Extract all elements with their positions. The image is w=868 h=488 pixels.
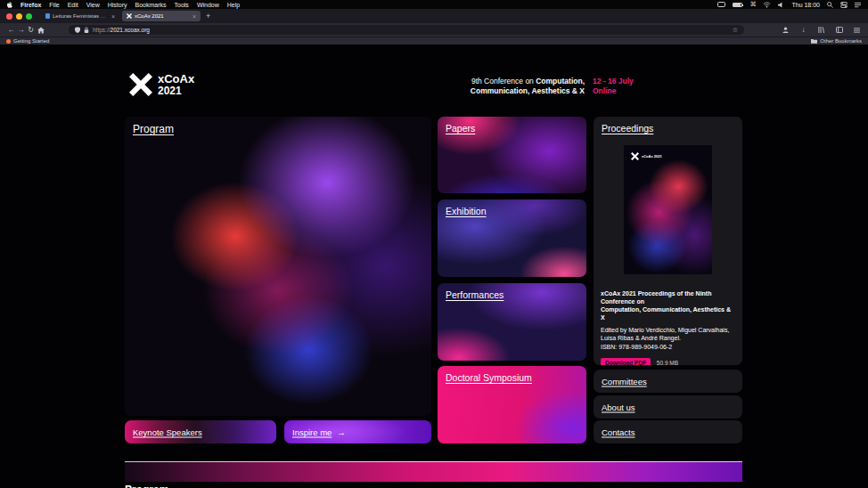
- library-icon[interactable]: [816, 27, 826, 33]
- performances-card[interactable]: Performances: [438, 283, 586, 361]
- logo-title: xCoAx: [158, 73, 194, 85]
- keynote-speakers-card[interactable]: Keynote Speakers: [125, 420, 276, 443]
- new-tab-button[interactable]: +: [206, 12, 210, 20]
- contacts-card[interactable]: Contacts: [594, 420, 742, 443]
- other-bookmarks-label: Other Bookmarks: [820, 38, 862, 44]
- menubar-status-area: ⌘ Thu 18:00: [717, 1, 861, 8]
- tagline-bold-1: Computation,: [536, 77, 585, 85]
- menu-window[interactable]: Window: [197, 2, 219, 8]
- notification-center-icon[interactable]: [855, 2, 861, 8]
- lock-icon[interactable]: [84, 27, 89, 33]
- proceedings-info: xCoAx 2021 Proceedings of the Ninth Conf…: [601, 289, 735, 365]
- menu-edit[interactable]: Edit: [68, 2, 78, 8]
- tab-close-icon[interactable]: ×: [192, 13, 196, 20]
- keynote-speakers-link[interactable]: Keynote Speakers: [133, 427, 202, 437]
- url-scheme: https://: [93, 27, 111, 33]
- committees-card[interactable]: Committees: [594, 370, 742, 393]
- performances-link[interactable]: Performances: [446, 289, 504, 300]
- url-text[interactable]: https://2021.xcoax.org: [93, 27, 150, 33]
- back-icon[interactable]: ←: [6, 26, 16, 34]
- about-us-link[interactable]: About us: [602, 403, 635, 412]
- volume-icon[interactable]: [778, 2, 784, 8]
- menubar-app-name[interactable]: Firefox: [20, 2, 41, 8]
- screen: Firefox File Edit View History Bookmarks…: [0, 0, 868, 488]
- program-card[interactable]: Program: [125, 117, 431, 416]
- about-us-card[interactable]: About us: [594, 395, 742, 419]
- close-window-button[interactable]: [6, 13, 12, 20]
- book-isbn: ISBN: 978-989-9049-06-2: [601, 344, 735, 350]
- browser-nav-bar: ← → ↻ https://2021.xcoax.org ☆ ↓: [0, 23, 868, 37]
- home-icon[interactable]: [36, 27, 45, 34]
- inspire-me-label: Inspire me: [292, 427, 332, 437]
- inspire-me-card[interactable]: Inspire me →: [284, 420, 431, 443]
- spotlight-search-icon[interactable]: [827, 2, 833, 8]
- exhibition-card[interactable]: Exhibition: [438, 199, 586, 277]
- proceedings-link[interactable]: Proceedings: [602, 123, 653, 134]
- program-section-heading: Program: [125, 484, 168, 488]
- window-controls: [6, 13, 32, 20]
- conference-dates: 12 - 16 July Online: [593, 77, 634, 95]
- sidebar-icon[interactable]: [834, 27, 844, 33]
- logo-year: 2021: [158, 85, 194, 96]
- doctoral-symposium-link[interactable]: Doctoral Symposium: [446, 372, 532, 383]
- site-logo[interactable]: xCoAx 2021: [129, 73, 194, 96]
- menu-history[interactable]: History: [108, 2, 127, 8]
- menu-bookmarks[interactable]: Bookmarks: [135, 2, 167, 8]
- downloads-icon[interactable]: ↓: [798, 26, 808, 34]
- menu-hamburger-icon[interactable]: [852, 28, 862, 33]
- tab-leituras-feministas[interactable]: Leituras Feministas #4 - Goog... ×: [41, 11, 119, 21]
- tab-title: xCoAx 2021: [135, 13, 190, 19]
- account-icon[interactable]: [781, 27, 790, 33]
- papers-link[interactable]: Papers: [446, 123, 475, 134]
- forward-icon[interactable]: →: [16, 26, 26, 34]
- cover-header: xCoAx 2021: [631, 152, 691, 160]
- menu-help[interactable]: Help: [227, 2, 240, 8]
- url-bar[interactable]: https://2021.xcoax.org ☆: [69, 25, 744, 35]
- macos-menubar: Firefox File Edit View History Bookmarks…: [0, 0, 868, 9]
- keyboard-command-icon[interactable]: ⌘: [749, 1, 756, 8]
- menu-view[interactable]: View: [86, 2, 100, 8]
- tagline-bold-2: Communication, Aesthetics & X: [471, 86, 585, 95]
- menu-file[interactable]: File: [49, 2, 59, 8]
- committees-link[interactable]: Committees: [602, 377, 647, 386]
- contacts-link[interactable]: Contacts: [602, 427, 635, 437]
- display-icon[interactable]: [717, 2, 725, 8]
- program-link[interactable]: Program: [133, 123, 174, 135]
- menu-tools[interactable]: Tools: [175, 2, 189, 8]
- inspire-me-link[interactable]: Inspire me →: [292, 427, 346, 437]
- doctoral-symposium-card[interactable]: Doctoral Symposium: [438, 366, 586, 443]
- url-host: 2021.xcoax.org: [111, 27, 150, 33]
- tab-close-icon[interactable]: ×: [111, 13, 115, 20]
- tracking-shield-icon[interactable]: [75, 27, 80, 33]
- menubar-clock[interactable]: Thu 18:00: [791, 2, 820, 8]
- xcoax-favicon: [127, 13, 132, 19]
- apple-logo-icon[interactable]: [7, 2, 12, 8]
- battery-icon[interactable]: [733, 3, 742, 7]
- book-title-line2: Computation, Communication, Aesthetics &…: [601, 306, 731, 321]
- proceedings-cover-image: xCoAx 2021: [624, 145, 712, 274]
- exhibition-link[interactable]: Exhibition: [446, 206, 487, 216]
- xcoax-logo-icon: [129, 73, 152, 96]
- bookmark-star-icon[interactable]: ☆: [733, 27, 738, 34]
- folder-icon: [811, 38, 817, 44]
- reload-icon[interactable]: ↻: [26, 26, 36, 34]
- dates-range: 12 - 16 July: [593, 77, 634, 86]
- bookmark-getting-started[interactable]: Getting Started: [6, 38, 49, 44]
- tab-title: Leituras Feministas #4 - Goog...: [53, 13, 109, 19]
- bookmarks-bar: Getting Started Other Bookmarks: [0, 37, 868, 45]
- conference-tagline: 9th Conference on Computation, Communica…: [471, 77, 585, 95]
- control-center-icon[interactable]: [840, 2, 848, 8]
- editors-line1: Edited by Mario Verdicchio, Miguel Carva…: [601, 327, 729, 333]
- proceedings-card[interactable]: Proceedings xCoAx 2021 xCoAx 2021 Procee…: [594, 117, 742, 365]
- other-bookmarks[interactable]: Other Bookmarks: [811, 38, 862, 44]
- bookmark-favicon: [6, 39, 11, 44]
- file-size-label: 50,9 MB: [657, 360, 678, 365]
- book-editors: Edited by Mario Verdicchio, Miguel Carva…: [601, 326, 735, 342]
- tab-xcoax-2021[interactable]: xCoAx 2021 ×: [122, 11, 201, 21]
- download-pdf-button[interactable]: Download PDF: [601, 358, 651, 365]
- papers-card[interactable]: Papers: [438, 117, 586, 193]
- minimize-window-button[interactable]: [16, 13, 22, 20]
- zoom-window-button[interactable]: [26, 13, 32, 20]
- wifi-icon[interactable]: [763, 2, 771, 8]
- online-label: Online: [593, 86, 634, 96]
